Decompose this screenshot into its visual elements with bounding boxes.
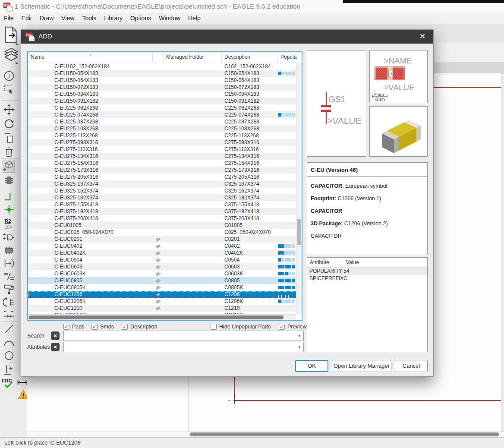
menu-tools[interactable]: Tools (78, 13, 100, 23)
table-row[interactable]: C-EUC0402KC0402K (28, 249, 302, 256)
table-row[interactable]: C-EU150-091X182C150-091X182 (28, 98, 302, 104)
name-value-label-icon[interactable]: R210k (3, 218, 15, 230)
attribute-row[interactable]: SPICEPREFIXC (307, 275, 427, 282)
table-row[interactable]: C-EU225-108X268C225-108X268 (28, 125, 302, 132)
table-row[interactable]: C-EU275-154X316C275-154X316 (28, 160, 302, 167)
table-row[interactable]: C-EUC0603KC0603K (28, 270, 302, 277)
menu-edit[interactable]: Edit (18, 13, 36, 23)
canvas-hscrollbar-thumb[interactable] (190, 432, 499, 436)
menu-library[interactable]: Library (100, 13, 126, 23)
table-row[interactable]: C-EU150-084X183C150-084X183 (28, 91, 302, 98)
table-row[interactable]: C-EUC0402C0402 (28, 243, 302, 249)
checkbox-pads[interactable]: ✓ (63, 324, 69, 330)
table-row[interactable]: C-EUC0201C0201 (28, 236, 302, 243)
table-row[interactable]: C-EUC0603C0603 (28, 263, 302, 270)
column-header-description[interactable]: Description (222, 52, 278, 63)
table-row[interactable]: C-EUC1206C1206 (28, 291, 302, 298)
attribute-column-header[interactable]: Attribute (310, 258, 329, 267)
column-header-managed-folder[interactable]: Managed Folder (164, 52, 222, 63)
move-icon[interactable] (3, 104, 15, 116)
replace-part-icon[interactable] (3, 174, 15, 186)
dip-package-icon[interactable] (3, 244, 15, 256)
ok-button[interactable]: OK (295, 360, 328, 372)
open-library-manager-button[interactable]: Open Library Manager (332, 360, 391, 372)
paint-roller-icon[interactable] (3, 283, 15, 295)
menu-help[interactable]: Help (184, 13, 205, 23)
table-row[interactable]: C-EUC0805C0805 (28, 277, 302, 284)
column-header-name[interactable]: Name ^ (28, 52, 153, 63)
table-row[interactable]: C-EU275-134X316C275-134X316 (28, 153, 302, 160)
search-input[interactable]: ▼ (63, 331, 304, 341)
dimension-icon[interactable] (3, 364, 15, 376)
table-row[interactable]: C-EU102_152-062X184C102_152-062X184 (28, 63, 302, 70)
net-wire-icon[interactable] (3, 191, 15, 203)
attributes-input[interactable]: ▼ (63, 342, 304, 352)
menu-draw[interactable]: Draw (36, 13, 58, 23)
invoke-gate-icon[interactable]: ++ (3, 231, 15, 243)
table-row[interactable]: C-EU225-113X268C225-113X268 (28, 132, 302, 139)
chevron-down-icon[interactable]: ▼ (298, 334, 301, 338)
table-row[interactable]: C-EU150-064X183C150-064X183 (28, 77, 302, 84)
table-row[interactable]: C-EUC0504C0504 (28, 256, 302, 263)
arc-icon[interactable] (3, 337, 15, 349)
table-row[interactable]: C-EUC0805KC0805K (28, 284, 302, 291)
column-header-icon[interactable] (153, 52, 164, 63)
table-hscrollbar[interactable] (28, 314, 296, 320)
table-row[interactable]: C-EUC025_050-024X070C025_050-024X070 (28, 229, 302, 236)
circle-icon[interactable] (3, 350, 15, 362)
table-row[interactable]: C-EU150-072X183C150-072X183 (28, 84, 302, 91)
table-row[interactable]: C-EU225-074X268C225-074X268 (28, 111, 302, 118)
table-row[interactable]: C-EU375-192X418C375-192X418 (28, 208, 302, 215)
dialog-titlebar[interactable]: SCH ADD ✕ (21, 30, 433, 44)
table-row[interactable]: C-EU275-205X316C275-205X316 (28, 174, 302, 180)
add-part-icon[interactable] (2, 160, 14, 172)
menu-file[interactable]: File (0, 13, 18, 23)
checkbox-smds[interactable]: ✓ (91, 324, 98, 330)
junction-icon[interactable] (3, 204, 15, 216)
cancel-button[interactable]: Cancel (395, 360, 428, 372)
line-icon[interactable] (3, 323, 15, 335)
checkbox-description[interactable]: ✓ (122, 324, 128, 330)
package-3d-preview[interactable] (369, 106, 428, 157)
table-row[interactable]: C-EU325-137X374C325-137X374 (28, 180, 302, 187)
bus-icon[interactable] (3, 270, 15, 282)
search-clear-icon[interactable]: ✕ (51, 331, 60, 340)
erc-check-icon[interactable]: ERC (2, 377, 14, 389)
select-group-icon[interactable] (3, 84, 15, 96)
table-hscrollbar-thumb[interactable] (29, 315, 284, 319)
table-vscrollbar-thumb[interactable] (297, 219, 301, 245)
attribute-row[interactable]: POPULARITY54 (307, 268, 427, 275)
port-pin-icon[interactable] (3, 257, 15, 269)
chevron-down-icon[interactable]: ▼ (298, 345, 301, 349)
checkbox-preview[interactable]: ✓ (279, 324, 285, 330)
table-row[interactable]: C-EU01005C01005 (28, 222, 302, 229)
net-wire-horizontal-bottom[interactable] (234, 400, 501, 401)
table-row[interactable]: C-EUC1206KC1206K (28, 298, 302, 305)
table-row[interactable]: C-EU150-054X183C150-054X183 (28, 70, 302, 77)
attributes-clear-icon[interactable]: ✕ (51, 343, 60, 351)
table-row[interactable]: C-EU325-182X374C325-182X374 (28, 194, 302, 201)
net-wire-horizontal-top[interactable] (434, 87, 501, 88)
menu-view[interactable]: View (57, 13, 78, 23)
table-row[interactable]: C-EU275-113X316C275-113X316 (28, 146, 302, 153)
column-header-popularity[interactable]: Popula (278, 52, 302, 63)
layers-stack-icon[interactable] (3, 45, 19, 64)
table-row[interactable]: C-EU375-203X418C375-203X418 (28, 215, 302, 222)
table-row[interactable]: C-EU225-062X268C225-062X268 (28, 104, 302, 111)
pinswap-icon[interactable] (3, 296, 15, 308)
checkbox-hide-unpopular-parts[interactable] (211, 324, 217, 330)
new-document-icon[interactable] (3, 26, 19, 45)
copy-icon[interactable] (3, 132, 15, 144)
table-row[interactable]: C-EU275-093X316C275-093X316 (28, 139, 302, 146)
rotate-icon[interactable] (3, 117, 15, 129)
table-row[interactable]: C-EUC1210C1210 (28, 305, 302, 312)
delete-trash-icon[interactable] (3, 146, 15, 158)
table-row[interactable]: C-EU325-162X374C325-162X374 (28, 187, 302, 194)
menu-window[interactable]: Window (155, 13, 184, 23)
table-vscrollbar[interactable] (296, 63, 302, 314)
table-row[interactable]: C-EU225-087X268C225-087X268 (28, 118, 302, 125)
table-row[interactable]: C-EU375-155X418C375-155X418 (28, 201, 302, 208)
close-icon[interactable]: ✕ (418, 32, 427, 41)
value-column-header[interactable]: Value (346, 258, 359, 267)
join-wires-icon[interactable] (3, 308, 15, 320)
